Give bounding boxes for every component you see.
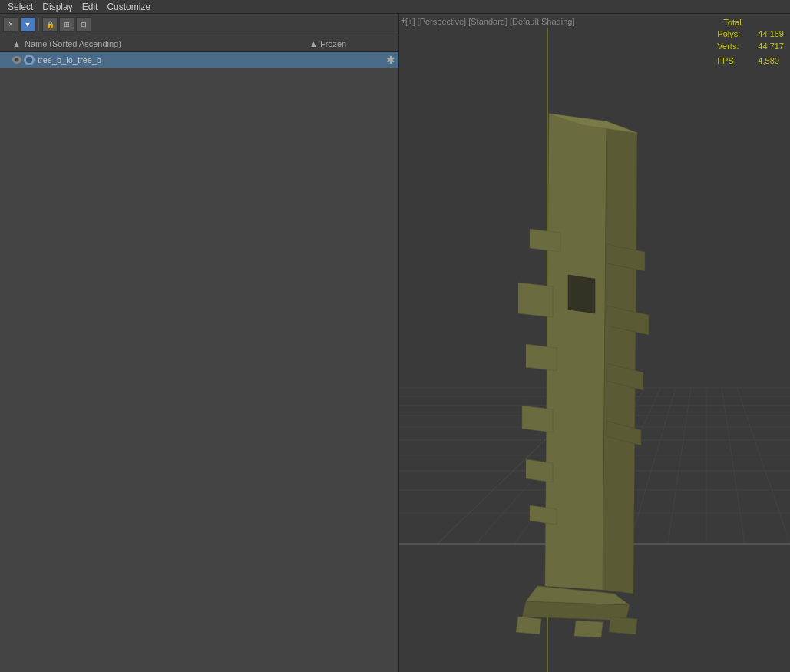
fps-value: 4,580 — [758, 55, 779, 67]
columns-button[interactable]: ⊟ — [76, 17, 91, 32]
menu-select[interactable]: Select — [3, 2, 38, 12]
polys-row: Polys: 44 159 — [717, 28, 784, 40]
explorer-toolbar: × ▼ 🔒 ⊞ ⊟ — [0, 14, 398, 35]
name-column-label: Name (Sorted Ascending) — [25, 39, 121, 48]
menu-bar: Select Display Edit Customize — [0, 0, 790, 14]
svg-marker-24 — [603, 121, 637, 594]
viewport-plus-button[interactable]: + — [401, 15, 406, 26]
menu-customize[interactable]: Customize — [102, 2, 155, 12]
explorer-column-headers: ▲ Name (Sorted Ascending) ▲ Frozen — [0, 35, 398, 52]
main-content: × ▼ 🔒 ⊞ ⊟ ▲ Name (Sorted Ascending) ▲ Fr… — [0, 14, 790, 672]
fps-label: FPS: — [717, 55, 752, 67]
svg-line-17 — [630, 388, 676, 544]
object-name-label: tree_b_lo_tree_b — [38, 55, 383, 65]
sort-indicator: ▲ — [12, 39, 21, 48]
svg-marker-36 — [568, 275, 595, 313]
viewport-info-overlay: [+] [Perspective] [Standard] [Default Sh… — [399, 14, 790, 71]
svg-line-18 — [668, 388, 691, 544]
scene-explorer-panel: × ▼ 🔒 ⊞ ⊟ ▲ Name (Sorted Ascending) ▲ Fr… — [0, 14, 399, 672]
stats-panel: Total Polys: 44 159 Verts: 44 717 FPS: 4… — [717, 17, 784, 68]
svg-marker-30 — [526, 459, 553, 482]
total-value: Total — [723, 17, 741, 28]
object-type-icon — [24, 55, 35, 65]
verts-value: 44 717 — [758, 41, 784, 52]
svg-marker-29 — [522, 406, 553, 432]
svg-marker-41 — [609, 617, 637, 634]
lock-button[interactable]: 🔒 — [42, 17, 58, 32]
explorer-row-tree[interactable]: tree_b_lo_tree_b ✱ — [0, 52, 398, 68]
name-column-header[interactable]: ▲ Name (Sorted Ascending) — [9, 39, 306, 48]
toolbar-separator-1 — [38, 18, 39, 31]
explorer-list: tree_b_lo_tree_b ✱ — [0, 52, 398, 672]
filter-button[interactable]: ▼ — [20, 17, 35, 32]
row-icons — [12, 55, 35, 65]
verts-row: Verts: 44 717 — [717, 41, 784, 52]
svg-line-21 — [737, 388, 790, 544]
close-button[interactable]: × — [3, 17, 18, 32]
frozen-column-header[interactable]: ▲ Frozen — [306, 39, 398, 48]
svg-marker-39 — [516, 617, 541, 634]
row-asterisk: ✱ — [383, 54, 398, 66]
object-type-inner — [26, 57, 32, 63]
expand-button[interactable]: ⊞ — [59, 17, 74, 32]
svg-marker-27 — [518, 283, 553, 317]
visibility-icon — [12, 56, 21, 64]
viewport-label: [+] [Perspective] [Standard] [Default Sh… — [405, 17, 574, 26]
polys-value: 44 159 — [758, 28, 784, 40]
svg-line-20 — [722, 388, 745, 544]
svg-marker-40 — [574, 621, 603, 637]
viewport-grid — [399, 14, 790, 672]
3d-viewport[interactable]: [+] [Perspective] [Standard] [Default Sh… — [399, 14, 790, 672]
svg-marker-28 — [526, 344, 557, 371]
verts-label: Verts: — [717, 41, 752, 52]
polys-label: Polys: — [717, 28, 752, 40]
fps-row: FPS: 4,580 — [717, 55, 784, 67]
menu-display[interactable]: Display — [38, 2, 77, 12]
menu-edit[interactable]: Edit — [78, 2, 103, 12]
total-row: Total — [717, 17, 784, 28]
svg-marker-26 — [530, 229, 560, 252]
